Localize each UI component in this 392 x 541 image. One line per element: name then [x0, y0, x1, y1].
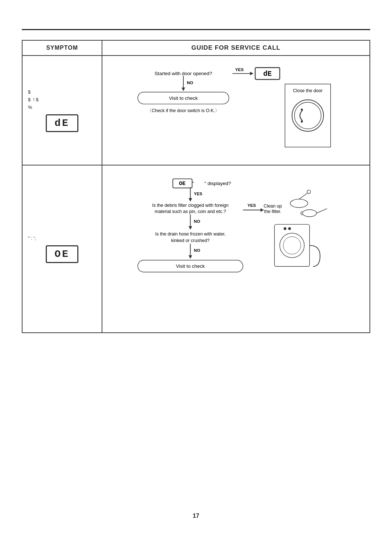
question-1: Started with door opened?	[155, 71, 212, 76]
guide-header-label: GUIDE FOR SERVICE CALL	[191, 44, 281, 52]
filter-icon	[290, 199, 308, 208]
washer-button1	[283, 227, 286, 230]
question-2-3-line2: kinked or crushed?	[171, 238, 209, 243]
flowchart-2: Is " OE " displayed? YES Is the debris f…	[113, 173, 359, 325]
door-handle-top	[301, 108, 303, 111]
washer-hose	[310, 245, 320, 266]
washer-button2	[288, 227, 291, 230]
visit-check-text-2: Visit to check	[176, 263, 205, 269]
visit-check-text-1: Visit to check	[169, 95, 198, 101]
check-note-1: 〈Check if the door switch is O·K.〉	[147, 108, 220, 113]
table-row-2: " : '; OE Is " OE " displayed? YES Is th…	[23, 165, 369, 332]
no-label-2-1: NO	[194, 219, 200, 224]
page-number-text: 17	[193, 513, 199, 519]
symptom-header-label: SYMPTOM	[46, 45, 78, 51]
flowchart-1: Started with door opened? YES dE NO Visi…	[113, 63, 359, 157]
symptom-header: SYMPTOM	[23, 41, 102, 55]
door-inner-circle	[294, 102, 321, 129]
guide-col-1: Started with door opened? YES dE NO Visi…	[102, 56, 369, 165]
table-header: SYMPTOM GUIDE FOR SERVICE CALL	[23, 41, 369, 56]
question-2-3-line1: Is the drain hose frozen with water,	[155, 231, 226, 237]
table-row-1: $ $ ! $ % dE Started with door opened? Y…	[23, 56, 369, 165]
filter-handle-end	[307, 190, 311, 194]
page-number: 17	[193, 513, 199, 519]
dryer-handle	[317, 209, 327, 213]
oe-display-text: OE	[179, 180, 186, 187]
segment-display-2: OE	[46, 245, 78, 263]
service-call-table: SYMPTOM GUIDE FOR SERVICE CALL $ $ ! $ %…	[22, 40, 370, 333]
guide-header: GUIDE FOR SERVICE CALL	[102, 41, 369, 55]
top-divider	[22, 29, 370, 30]
symptom-text-1: $ $ ! $ %	[28, 89, 96, 111]
no-arrow-2-2	[189, 255, 192, 259]
question-2-1-suffix: " displayed?	[204, 181, 231, 186]
yes-label-2-1: YES	[194, 192, 202, 196]
symptom-line-2: $ ! $	[28, 96, 96, 104]
symptom-line-1: $	[28, 89, 96, 96]
close-door-text: Close the door	[293, 88, 323, 93]
de-text-1: dE	[263, 70, 271, 78]
yes-arrow-head-1	[250, 72, 254, 75]
question-2-2-line2: material such as pin, coin and etc.?	[155, 209, 226, 214]
segment-display-1: dE	[46, 114, 78, 132]
no-label-2-2: NO	[194, 248, 200, 253]
clean-up-filter: the filter.	[264, 209, 281, 214]
question-2-2-line1: Is the debris filter clogged with foreig…	[152, 203, 229, 208]
yes-arrow-2-1	[189, 198, 192, 202]
symptom-line-3: %	[28, 104, 96, 111]
symptom-col-2: " : '; OE	[23, 165, 102, 332]
yes-label-2-2: YES	[248, 203, 256, 208]
dryer-body	[302, 210, 317, 217]
no-label-1: NO	[187, 81, 193, 85]
clean-up-label: Clean up	[264, 204, 282, 209]
symptom-text-2: " : ';	[28, 235, 96, 242]
no-arrow-head-1	[181, 87, 185, 91]
symptom-col-1: $ $ ! $ % dE	[23, 56, 102, 165]
symptom-line-2-1: " : ';	[28, 235, 96, 242]
door-handle-bottom	[301, 120, 303, 123]
yes-arrow-2-2	[261, 208, 264, 212]
guide-col-2: Is " OE " displayed? YES Is the debris f…	[102, 165, 369, 332]
filter-handle	[299, 193, 308, 199]
yes-label-1: YES	[235, 67, 244, 72]
no-arrow-2-1	[189, 226, 192, 230]
